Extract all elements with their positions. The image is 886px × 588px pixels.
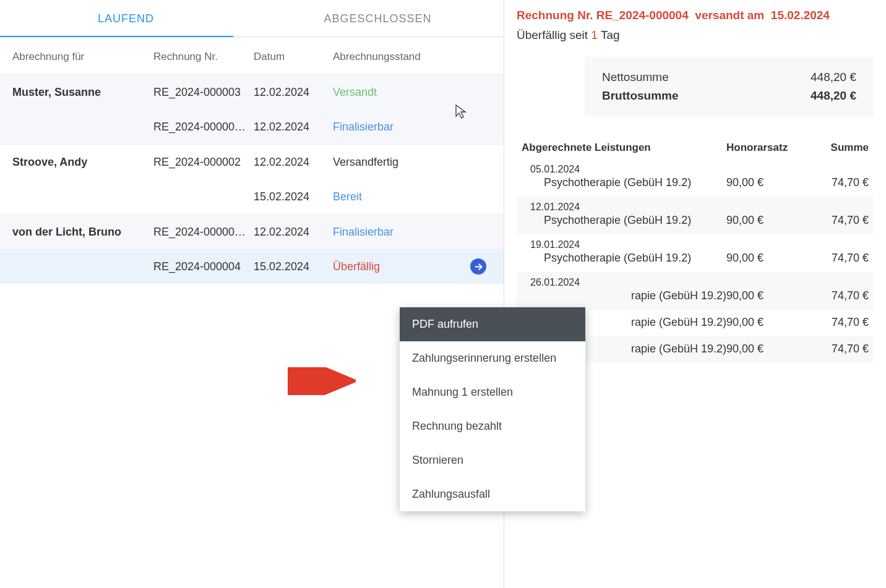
menu-item-default[interactable]: Zahlungsausfall [400,477,585,511]
services-header: Abgerechnete Leistungen Honorarsatz Summ… [517,142,874,159]
service-row: 26.01.2024 rapie (GebüH 19.2) 90,00 € 74… [517,272,874,310]
service-row: 19.01.2024 Psychotherapie (GebüH 19.2) 9… [517,234,874,272]
table-row[interactable]: von der Licht, Bruno RE_2024-00000… 12.0… [0,215,504,249]
menu-item-dunning[interactable]: Mahnung 1 erstellen [400,375,585,409]
table-header: Abrechnung für Rechnung Nr. Datum Abrech… [0,37,504,74]
invoice-date: 15.02.2024 [254,190,333,203]
invoice-date: 15.02.2024 [254,260,333,273]
invoice-date: 12.02.2024 [254,121,333,134]
tab-completed[interactable]: ABGESCHLOSSEN [252,0,504,36]
table-row[interactable]: Muster, Susanne RE_2024-000003 12.02.202… [0,75,504,109]
overdue-line: Überfällig seit 1 Tag [517,28,874,42]
menu-item-pdf[interactable]: PDF aufrufen [400,307,585,341]
invoice-no: RE_2024-000003 [153,86,254,99]
net-label: Nettosumme [602,68,669,87]
menu-item-cancel[interactable]: Stornieren [400,443,585,477]
th-status: Abrechnungsstand [333,51,457,63]
patient-name: Muster, Susanne [0,86,153,99]
tab-running[interactable]: LAUFEND [0,0,252,36]
patient-group: Muster, Susanne RE_2024-000003 12.02.202… [0,74,504,144]
menu-item-paid[interactable]: Rechnung bezahlt [400,409,585,443]
table-row-selected[interactable]: RE_2024-000004 15.02.2024 Überfällig [0,249,504,284]
table-row[interactable]: RE_2024-00000… 12.02.2024 Finalisierbar [0,109,504,144]
th-patient: Abrechnung für [0,51,153,63]
patient-group: Stroove, Andy RE_2024-000002 12.02.2024 … [0,144,504,214]
invoice-no: RE_2024-000002 [153,156,254,169]
tabs: LAUFEND ABGESCHLOSSEN [0,0,504,37]
th-date: Datum [254,51,333,63]
patient-name: von der Licht, Bruno [0,226,153,239]
net-value: 448,20 € [811,68,856,87]
invoice-status: Versandfertig [333,156,457,169]
gross-label: Bruttosumme [602,87,679,105]
table-row[interactable]: Stroove, Andy RE_2024-000002 12.02.2024 … [0,145,504,179]
invoice-date: 12.02.2024 [254,226,333,239]
service-row: 05.01.2024 Psychotherapie (GebüH 19.2) 9… [517,159,874,197]
invoice-status: Finalisierbar [333,121,457,134]
menu-item-reminder[interactable]: Zahlungserinnerung erstellen [400,341,585,375]
invoice-no: RE_2024-00000… [153,121,254,134]
open-detail-icon[interactable] [470,258,486,275]
patient-name: Stroove, Andy [0,156,153,169]
patient-group: von der Licht, Bruno RE_2024-00000… 12.0… [0,214,504,284]
invoice-header: Rechnung Nr. RE_2024-000004 versandt am … [517,9,874,22]
invoice-no: RE_2024-00000… [153,226,254,239]
summary-box: Nettosumme 448,20 € Bruttosumme 448,20 € [585,57,874,117]
invoice-status: Versandt [333,86,457,99]
service-row: 12.01.2024 Psychotherapie (GebüH 19.2) 9… [517,197,874,234]
invoice-date: 12.02.2024 [254,86,333,99]
invoice-date: 12.02.2024 [254,156,333,169]
context-menu: PDF aufrufen Zahlungserinnerung erstelle… [400,307,585,511]
invoice-status: Finalisierbar [333,226,457,239]
invoice-status: Überfällig [333,260,457,273]
gross-value: 448,20 € [811,87,856,105]
invoice-status: Bereit [333,190,457,203]
annotation-arrow-icon [288,367,356,398]
table-row[interactable]: 15.02.2024 Bereit [0,179,504,214]
th-invoice: Rechnung Nr. [153,51,254,63]
invoice-no: RE_2024-000004 [153,260,254,273]
